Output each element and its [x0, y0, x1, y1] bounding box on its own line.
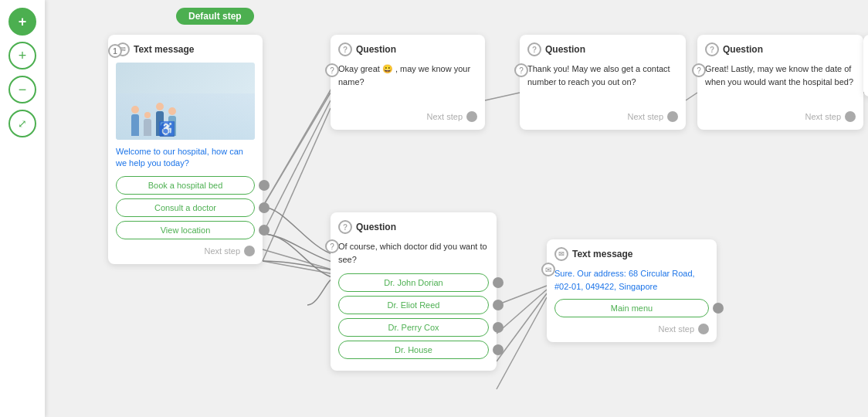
zoom-out-icon: − [19, 82, 27, 98]
node-question4: ? [325, 239, 339, 253]
svg-line-2 [263, 108, 331, 261]
dr-house-connector [493, 344, 504, 355]
dr-eliot-label: Dr. Eliot Reed [388, 300, 440, 310]
fit-icon: ⤢ [18, 117, 27, 130]
card-address: ✉ Text message Sure. Our address: 68 Cir… [547, 239, 717, 342]
card-question3-title: Question [723, 44, 763, 55]
question3-next-step-row: Next step [705, 111, 856, 122]
address-text-prefix: Sure. Our address: [554, 269, 629, 278]
hospital-image: ♿ [116, 63, 255, 140]
book-bed-connector [259, 180, 270, 191]
dr-eliot-button[interactable]: Dr. Eliot Reed [338, 296, 489, 314]
main-menu-label: Main menu [611, 303, 653, 313]
question3-next-step-label: Next step [805, 112, 841, 121]
add-button[interactable]: + [8, 8, 36, 36]
zoom-in-icon: + [19, 48, 27, 64]
node-question1: ? [325, 63, 339, 77]
card-question3-header: ? Question [705, 42, 856, 56]
svg-line-11 [497, 293, 547, 361]
question-icon-3: ? [705, 42, 719, 56]
dr-perry-button[interactable]: Dr. Perry Cox [338, 318, 489, 337]
svg-line-7 [686, 93, 697, 100]
question2-next-step-row: Next step [527, 111, 678, 122]
dr-house-label: Dr. House [395, 345, 432, 354]
main-menu-button[interactable]: Main menu [554, 299, 709, 317]
question-icon-4: ? [338, 220, 352, 234]
svg-line-3 [263, 83, 334, 207]
main-menu-connector [713, 303, 724, 314]
card-welcome-title: Text message [134, 44, 195, 55]
dr-perry-connector [493, 322, 504, 333]
card-address-header: ✉ Text message [554, 247, 709, 261]
consult-doctor-button[interactable]: Consult a doctor [116, 198, 255, 217]
book-bed-label: Book a hospital bed [148, 181, 223, 190]
card-question1-text: Okay great 😀 , may we know your name? [338, 63, 477, 88]
card-question4-text: Of course, which doctor did you want to … [338, 240, 489, 266]
welcome-next-step-label: Next step [205, 246, 240, 256]
view-location-connector [259, 225, 270, 236]
dr-john-connector [493, 277, 504, 288]
svg-line-5 [263, 261, 334, 274]
question-icon-1: ? [338, 42, 352, 56]
dr-perry-label: Dr. Perry Cox [388, 323, 439, 332]
card-question1-header: ? Question [338, 42, 477, 56]
view-location-button[interactable]: View location [116, 221, 255, 239]
dr-house-button[interactable]: Dr. House [338, 341, 489, 359]
card-address-text: Sure. Our address: 68 Circular Road, #02… [554, 267, 709, 293]
address-next-step-row: Next step [554, 324, 709, 334]
svg-line-12 [497, 297, 547, 389]
card-question4-title: Question [356, 222, 396, 232]
canvas: Default step 1 ✉ Text message [45, 0, 868, 417]
dr-john-label: Dr. John Dorian [384, 278, 442, 287]
node-question2: ? [514, 63, 528, 77]
card-partial: ✉ Thank you to con [863, 35, 868, 97]
hospital-scene: ♿ [116, 63, 255, 140]
zoom-out-button[interactable]: − [8, 76, 36, 103]
card-question4-header: ? Question [338, 220, 489, 234]
node-question3: ? [692, 63, 706, 77]
card-question2-title: Question [545, 44, 585, 55]
zoom-in-button[interactable]: + [8, 42, 36, 70]
dr-john-button[interactable]: Dr. John Dorian [338, 273, 489, 292]
svg-line-1 [263, 100, 331, 234]
svg-line-0 [263, 93, 331, 207]
fit-button[interactable]: ⤢ [8, 110, 36, 137]
svg-line-4 [263, 249, 334, 270]
question1-next-step-row: Next step [338, 111, 477, 122]
question3-next-step-dot [845, 111, 856, 122]
card-welcome: ✉ Text message [108, 35, 263, 264]
question1-next-step-dot [466, 111, 477, 122]
plus-icon: + [19, 14, 27, 30]
card-question1-title: Question [356, 44, 396, 55]
consult-doctor-label: Consult a doctor [154, 203, 216, 212]
emoji-smiley: 😀 [382, 64, 393, 73]
message-icon-address: ✉ [554, 247, 568, 261]
welcome-next-step-row: Next step [116, 246, 255, 256]
address-next-step-label: Next step [659, 324, 694, 334]
card-address-title: Text message [572, 249, 633, 259]
card-question2-text: Thank you! May we also get a contact num… [527, 63, 678, 88]
card-question3: ? Question Great! Lastly, may we know th… [697, 35, 863, 130]
address-next-step-dot [698, 324, 709, 334]
svg-line-6 [485, 93, 520, 100]
toolbar: + + − ⤢ [0, 0, 45, 417]
question2-next-step-label: Next step [628, 112, 663, 121]
question-icon-2: ? [527, 42, 541, 56]
svg-line-10 [497, 290, 547, 334]
book-bed-button[interactable]: Book a hospital bed [116, 176, 255, 195]
card-question2-header: ? Question [527, 42, 678, 56]
card-question3-text: Great! Lastly, may we know the date of w… [705, 63, 856, 88]
card-question4: ? Question Of course, which doctor did y… [331, 212, 497, 371]
svg-line-9 [497, 286, 547, 305]
card-question2: ? Question Thank you! May we also get a … [520, 35, 686, 130]
card-question1: ? Question Okay great 😀 , may we know yo… [331, 35, 485, 130]
node-number-1: 1 [108, 44, 122, 58]
view-location-label: View location [161, 225, 211, 235]
question2-next-step-dot [667, 111, 678, 122]
consult-doctor-connector [259, 202, 270, 213]
default-step-badge: Default step [176, 8, 254, 25]
dr-eliot-connector [493, 300, 504, 310]
question1-next-step-label: Next step [427, 112, 463, 121]
welcome-text: Welcome to our hospital, how can we help… [116, 146, 255, 170]
card-welcome-header: ✉ Text message [116, 42, 255, 56]
